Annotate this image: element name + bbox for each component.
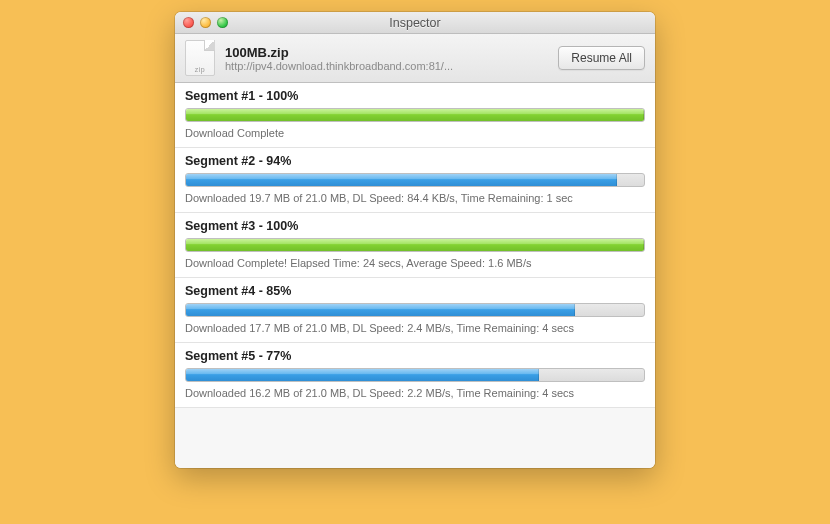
segment-status: Download Complete! Elapsed Time: 24 secs… xyxy=(185,257,645,269)
segment-row: Segment #2 - 94%Downloaded 19.7 MB of 21… xyxy=(175,148,655,213)
segment-title: Segment #3 - 100% xyxy=(185,219,645,233)
progress-fill xyxy=(186,109,644,121)
minimize-icon[interactable] xyxy=(200,17,211,28)
segment-title: Segment #1 - 100% xyxy=(185,89,645,103)
segment-title: Segment #5 - 77% xyxy=(185,349,645,363)
segment-title: Segment #2 - 94% xyxy=(185,154,645,168)
file-icon: zip xyxy=(185,40,215,76)
segments-list: Segment #1 - 100%Download CompleteSegmen… xyxy=(175,83,655,408)
progress-bar xyxy=(185,238,645,252)
segment-status: Downloaded 16.2 MB of 21.0 MB, DL Speed:… xyxy=(185,387,645,399)
progress-bar xyxy=(185,108,645,122)
inspector-window: Inspector zip 100MB.zip http://ipv4.down… xyxy=(175,12,655,468)
progress-bar xyxy=(185,173,645,187)
segment-row: Segment #5 - 77%Downloaded 16.2 MB of 21… xyxy=(175,343,655,408)
progress-bar xyxy=(185,303,645,317)
progress-fill xyxy=(186,239,644,251)
segment-status: Downloaded 19.7 MB of 21.0 MB, DL Speed:… xyxy=(185,192,645,204)
zoom-icon[interactable] xyxy=(217,17,228,28)
progress-fill xyxy=(186,369,539,381)
titlebar[interactable]: Inspector xyxy=(175,12,655,34)
empty-space xyxy=(175,408,655,468)
progress-bar xyxy=(185,368,645,382)
segment-row: Segment #3 - 100%Download Complete! Elap… xyxy=(175,213,655,278)
file-icon-ext: zip xyxy=(186,66,214,73)
segment-status: Download Complete xyxy=(185,127,645,139)
traffic-lights xyxy=(175,17,228,28)
file-url: http://ipv4.download.thinkbroadband.com:… xyxy=(225,60,515,72)
segment-status: Downloaded 17.7 MB of 21.0 MB, DL Speed:… xyxy=(185,322,645,334)
progress-fill xyxy=(186,174,617,186)
segment-row: Segment #1 - 100%Download Complete xyxy=(175,83,655,148)
resume-all-button[interactable]: Resume All xyxy=(558,46,645,70)
progress-fill xyxy=(186,304,575,316)
file-name: 100MB.zip xyxy=(225,45,550,60)
close-icon[interactable] xyxy=(183,17,194,28)
segment-title: Segment #4 - 85% xyxy=(185,284,645,298)
toolbar: zip 100MB.zip http://ipv4.download.think… xyxy=(175,34,655,83)
segment-row: Segment #4 - 85%Downloaded 17.7 MB of 21… xyxy=(175,278,655,343)
file-meta: 100MB.zip http://ipv4.download.thinkbroa… xyxy=(225,45,550,72)
window-title: Inspector xyxy=(175,16,655,30)
